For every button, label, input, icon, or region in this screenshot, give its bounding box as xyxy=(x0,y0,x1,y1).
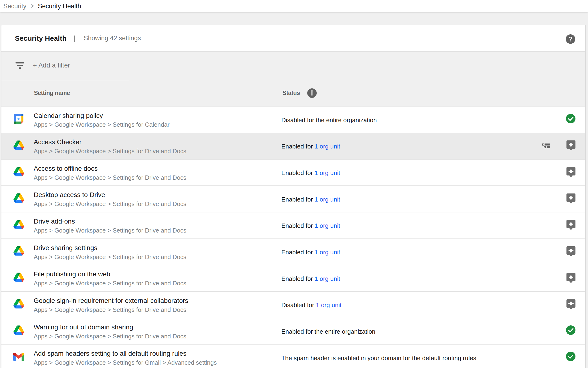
svg-text:31: 31 xyxy=(17,117,21,121)
svg-text:?: ? xyxy=(568,35,573,43)
